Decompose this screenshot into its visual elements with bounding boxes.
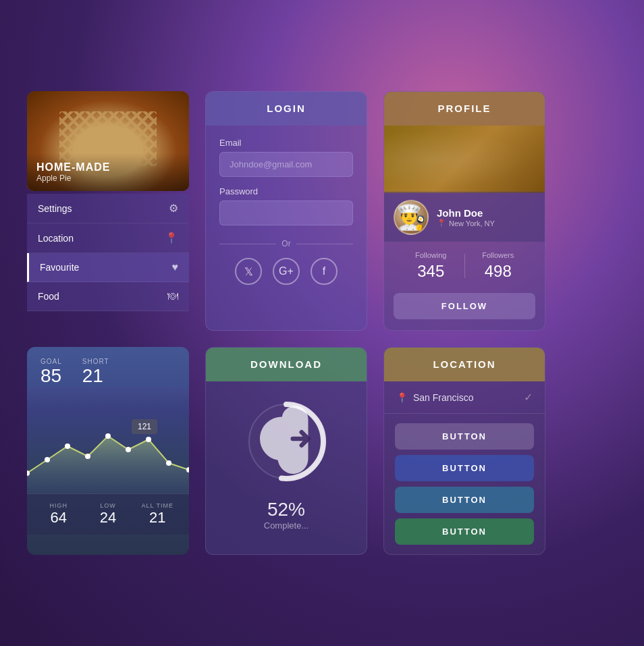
- download-body: 52% Complete...: [206, 381, 367, 547]
- short-metric: SHORT 21: [82, 358, 109, 387]
- profile-stats: Following 345 Followers 498: [384, 242, 545, 290]
- stats-bottom: HIGH 64 LOW 24 ALL TIME 21: [27, 493, 189, 535]
- low-metric: LOW 24: [83, 502, 132, 527]
- profile-title: PROFILE: [437, 103, 491, 114]
- svg-point-6: [126, 447, 131, 452]
- download-header: DOWNLOAD: [206, 348, 367, 381]
- chart-svg: 121: [27, 385, 189, 493]
- email-input[interactable]: [219, 152, 353, 177]
- low-value: 24: [83, 509, 132, 527]
- following-block: Following 345: [398, 251, 464, 281]
- alltime-value: 21: [133, 509, 182, 527]
- high-label: HIGH: [34, 502, 83, 509]
- profile-card: PROFILE 👨‍🍳 John Doe 📍 New York, NY Foll…: [383, 91, 545, 331]
- stats-card: GOAL 85 SHORT 21: [27, 347, 189, 555]
- menu-item-settings[interactable]: Settings ⚙: [27, 194, 189, 223]
- goal-metric: GOAL 85: [41, 358, 62, 387]
- login-header: LOGIN: [206, 92, 367, 126]
- svg-point-4: [85, 454, 90, 459]
- location-city: 📍 San Francisco: [396, 392, 473, 403]
- download-title: DOWNLOAD: [250, 358, 322, 370]
- following-label: Following: [398, 251, 464, 259]
- menu-item-food[interactable]: Food 🍽: [27, 282, 189, 311]
- profile-banner: [384, 126, 545, 193]
- svg-marker-0: [27, 436, 189, 493]
- svg-point-8: [166, 460, 171, 466]
- login-title: LOGIN: [267, 103, 306, 114]
- food-title: HOME-MADE: [36, 161, 180, 173]
- follow-button[interactable]: FOLLOW: [394, 293, 535, 319]
- profile-info: 👨‍🍳 John Doe 📍 New York, NY: [384, 192, 545, 242]
- profile-name: John Doe: [437, 207, 495, 219]
- menu-items: Settings ⚙ Location 📍 Favourite ♥ Food 🍽: [27, 194, 189, 311]
- or-text: Or: [281, 239, 290, 248]
- twitter-button[interactable]: 𝕏: [235, 258, 262, 285]
- food-image: HOME-MADE Apple Pie: [27, 91, 189, 191]
- checkmark-icon: ✓: [524, 391, 533, 404]
- short-value: 21: [82, 365, 109, 387]
- download-percent: 52%: [267, 499, 305, 520]
- svg-point-3: [65, 443, 70, 449]
- high-metric: HIGH 64: [34, 502, 83, 527]
- food-icon: 🍽: [167, 290, 178, 302]
- location-header: LOCATION: [384, 348, 545, 381]
- short-label: SHORT: [82, 358, 109, 365]
- svg-point-7: [146, 437, 151, 442]
- facebook-button[interactable]: f: [311, 258, 338, 285]
- email-label: Email: [219, 138, 353, 148]
- high-value: 64: [34, 509, 83, 527]
- buttons-area: BUTTON BUTTON BUTTON BUTTON: [384, 414, 545, 554]
- following-count: 345: [398, 262, 464, 281]
- password-label: Password: [219, 186, 353, 196]
- chart-area: 121: [27, 385, 189, 493]
- progress-ring: [242, 398, 330, 485]
- google-button[interactable]: G+: [273, 258, 300, 285]
- alltime-metric: ALL TIME 21: [133, 502, 182, 527]
- profile-location: 📍 New York, NY: [437, 219, 495, 227]
- low-label: LOW: [83, 502, 132, 509]
- profile-header: PROFILE: [384, 92, 545, 126]
- profile-text: John Doe 📍 New York, NY: [437, 207, 495, 227]
- download-card: DOWNLOAD 52% Complete...: [205, 347, 367, 555]
- or-divider: Or: [219, 239, 353, 248]
- food-subtitle: Apple Pie: [36, 173, 180, 183]
- menu-item-favourite[interactable]: Favourite ♥: [27, 253, 189, 282]
- avatar: 👨‍🍳: [394, 200, 429, 235]
- pin-icon: 📍: [437, 219, 446, 227]
- location-title: LOCATION: [433, 358, 495, 370]
- goal-value: 85: [41, 365, 62, 387]
- login-card: LOGIN Email Password Or 𝕏 G+ f: [205, 91, 367, 331]
- settings-icon: ⚙: [169, 202, 178, 215]
- svg-text:121: 121: [138, 422, 151, 431]
- goal-label: GOAL: [41, 358, 62, 365]
- alltime-label: ALL TIME: [133, 502, 182, 509]
- location-icon: 📍: [165, 232, 178, 244]
- followers-count: 498: [465, 262, 532, 281]
- cloud-icon: [242, 395, 330, 488]
- followers-label: Followers: [465, 251, 532, 259]
- svg-point-5: [105, 433, 111, 439]
- heart-icon: ♥: [172, 261, 179, 273]
- login-body: Email Password Or 𝕏 G+ f: [206, 126, 367, 297]
- location-card: LOCATION 📍 San Francisco ✓ BUTTON BUTTON…: [383, 347, 545, 555]
- button-4[interactable]: BUTTON: [395, 518, 534, 545]
- menu-card: HOME-MADE Apple Pie Settings ⚙ Location …: [27, 91, 189, 331]
- password-input[interactable]: [219, 200, 353, 225]
- button-1[interactable]: BUTTON: [395, 423, 534, 450]
- svg-point-2: [45, 457, 50, 462]
- map-pin-icon: 📍: [396, 392, 408, 403]
- followers-block: Followers 498: [465, 251, 532, 281]
- location-row: 📍 San Francisco ✓: [384, 381, 545, 414]
- button-2[interactable]: BUTTON: [395, 455, 534, 481]
- social-row: 𝕏 G+ f: [219, 258, 353, 285]
- menu-item-location[interactable]: Location 📍: [27, 223, 189, 253]
- download-status: Complete...: [264, 520, 308, 531]
- stats-top: GOAL 85 SHORT 21: [27, 347, 189, 387]
- button-3[interactable]: BUTTON: [395, 487, 534, 513]
